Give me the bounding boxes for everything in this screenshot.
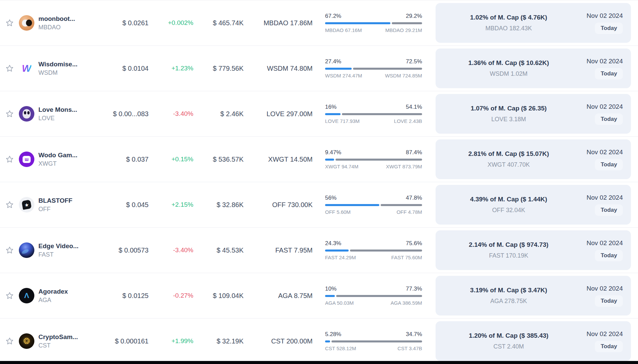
unlock-token-amount: LOVE 3.18M — [444, 116, 574, 123]
next-unlock-panel: 1.07% of M. Cap($ 26.35) LOVE 3.18M Nov … — [436, 94, 631, 134]
favorite-star-button[interactable] — [0, 200, 19, 209]
favorite-star-button[interactable] — [0, 64, 19, 73]
token-row[interactable]: ❂ CryptoSam... CST $ 0.000161 +1.99% $ 3… — [0, 319, 638, 364]
token-row[interactable]: Love Mons... LOVE $ 0.00...083 -3.40% $ … — [0, 91, 638, 137]
progress-bar — [325, 295, 422, 297]
unlock-amounts: CST 528.12M CST 3.47B — [325, 345, 422, 351]
locked-percent: 77.3% — [406, 286, 422, 292]
favorite-star-button[interactable] — [0, 109, 19, 119]
unlock-progress: 9.47% 87.4% XWGT 94.74M XWGT 873.79M — [325, 149, 422, 169]
token-symbol: CST — [38, 342, 78, 349]
locked-amount: OFF 4.78M — [396, 209, 422, 215]
token-cell: Λ Agoradex AGA — [19, 288, 103, 304]
progress-bar-locked — [353, 68, 422, 70]
token-names: moonboot... MBDAO — [38, 15, 75, 31]
volume-24h: $ 109.04K — [193, 292, 244, 300]
token-logo: ❂ — [19, 333, 34, 349]
mcap-percent: 2.14% of M. Cap — [469, 241, 518, 248]
unlock-progress: 24.3% 75.6% FAST 24.29M FAST 75.60M — [325, 240, 422, 260]
token-name[interactable]: Wodo Gam... — [38, 152, 77, 159]
token-row[interactable]: ★ BLASTOFF OFF $ 0.045 +2.15% $ 32.86K O… — [0, 182, 638, 228]
price-change-24h: +1.99% — [149, 337, 193, 345]
token-logo: ш — [19, 152, 34, 167]
token-name[interactable]: Love Mons... — [38, 106, 77, 113]
unlocked-percent: 10% — [325, 286, 337, 292]
unlock-date-block: Nov 02 2024 Today — [574, 330, 623, 352]
token-logo: Λ — [19, 288, 34, 303]
unlocked-percent: 56% — [325, 195, 337, 201]
favorite-star-button[interactable] — [0, 246, 19, 255]
token-symbol: FAST — [38, 251, 78, 258]
token-name[interactable]: Agoradex — [38, 288, 68, 295]
unlock-date-block: Nov 02 2024 Today — [574, 239, 623, 261]
token-price: $ 0.00573 — [103, 246, 149, 254]
bottom-edge-bar — [0, 361, 638, 364]
unlock-progress: 67.2% 29.2% MBDAO 67.16M MBDAO 29.21M — [325, 13, 422, 33]
locked-percent: 34.7% — [406, 331, 422, 338]
today-badge: Today — [595, 204, 623, 216]
mcap-usd-value: ($ 974.73) — [519, 241, 549, 248]
price-change-24h: +2.15% — [149, 201, 193, 208]
unlock-token-amount: XWGT 407.70K — [444, 161, 574, 168]
unlock-progress: 27.4% 72.5% WSDM 274.47M WSDM 724.85M — [325, 58, 422, 78]
star-icon — [5, 246, 14, 255]
price-change-24h: +1.23% — [149, 65, 193, 72]
mcap-percent: 1.20% of M. Cap — [469, 332, 518, 339]
token-logo: ★ — [19, 197, 34, 212]
unlock-mcap-line: 2.81% of M. Cap($ 15.07K) — [444, 150, 574, 158]
token-names: Agoradex AGA — [38, 288, 68, 304]
token-symbol: WSDM — [38, 69, 77, 76]
token-name[interactable]: CryptoSam... — [38, 333, 78, 341]
unlocked-amount: MBDAO 67.16M — [325, 27, 362, 33]
progress-bar — [325, 113, 422, 115]
token-logo — [19, 242, 34, 258]
favorite-star-button[interactable] — [0, 155, 19, 164]
token-name[interactable]: BLASTOFF — [38, 197, 72, 204]
unlock-supply: AGA 8.75M — [244, 292, 313, 300]
progress-bar-unlocked — [325, 250, 349, 252]
unlock-percentages: 24.3% 75.6% — [325, 240, 422, 247]
token-name[interactable]: Wisdomise... — [38, 61, 77, 68]
progress-bar — [325, 250, 422, 252]
token-cell: moonboot... MBDAO — [19, 15, 103, 31]
unlock-percentages: 56% 47.8% — [325, 195, 422, 201]
token-row[interactable]: Λ Agoradex AGA $ 0.0125 -0.27% $ 109.04K… — [0, 273, 638, 319]
unlocked-amount: WSDM 274.47M — [325, 73, 362, 78]
token-logo-glyph: W — [22, 63, 31, 73]
favorite-star-button[interactable] — [0, 19, 19, 28]
unlock-mcap-block: 1.20% of M. Cap($ 385.43) CST 2.40M — [444, 332, 574, 350]
favorite-star-button[interactable] — [0, 291, 19, 300]
token-names: Edge Video... FAST — [38, 242, 78, 258]
token-symbol: LOVE — [38, 115, 77, 122]
unlock-amounts: XWGT 94.74M XWGT 873.79M — [325, 164, 422, 169]
token-row[interactable]: Edge Video... FAST $ 0.00573 -3.40% $ 45… — [0, 228, 638, 273]
unlock-percentages: 10% 77.3% — [325, 286, 422, 292]
today-badge: Today — [595, 68, 623, 79]
token-row[interactable]: ш Wodo Gam... XWGT $ 0.037 +0.15% $ 536.… — [0, 137, 638, 182]
locked-amount: AGA 386.59M — [391, 300, 422, 306]
token-logo-glyph: ш — [23, 156, 31, 163]
price-change-24h: -3.40% — [149, 110, 193, 118]
favorite-star-button[interactable] — [0, 337, 19, 346]
unlock-mcap-line: 4.39% of M. Cap($ 1.44K) — [444, 196, 574, 203]
unlock-token-amount: WSDM 1.02M — [444, 70, 574, 77]
token-logo-glyph: Λ — [24, 292, 29, 299]
unlock-amounts: AGA 50.03M AGA 386.59M — [325, 300, 422, 306]
token-price: $ 0.00...083 — [103, 110, 149, 118]
unlocked-amount: OFF 5.60M — [325, 209, 351, 215]
next-unlock-panel: 1.36% of M. Cap($ 10.62K) WSDM 1.02M Nov… — [436, 48, 631, 88]
token-name[interactable]: Edge Video... — [38, 242, 78, 250]
token-row[interactable]: moonboot... MBDAO $ 0.0261 +0.002% $ 465… — [0, 0, 638, 46]
unlock-supply: WSDM 74.80M — [244, 65, 313, 72]
token-name[interactable]: moonboot... — [38, 15, 75, 23]
unlock-mcap-line: 1.20% of M. Cap($ 385.43) — [444, 332, 574, 339]
unlock-mcap-block: 2.14% of M. Cap($ 974.73) FAST 170.19K — [444, 241, 574, 259]
token-row[interactable]: W Wisdomise... WSDM $ 0.0104 +1.23% $ 77… — [0, 46, 638, 91]
progress-bar-locked — [331, 340, 422, 342]
price-change-24h: +0.002% — [149, 19, 193, 27]
locked-amount: LOVE 2.43B — [394, 118, 422, 124]
unlock-amounts: MBDAO 67.16M MBDAO 29.21M — [325, 27, 422, 33]
token-names: Wisdomise... WSDM — [38, 61, 77, 76]
mcap-percent: 4.39% of M. Cap — [470, 196, 519, 203]
progress-bar-unlocked — [325, 68, 352, 70]
